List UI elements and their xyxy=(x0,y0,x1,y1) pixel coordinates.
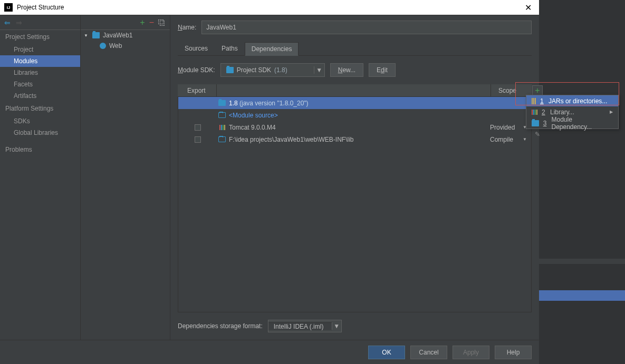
table-row[interactable]: 1.8 (java version "1.8.0_20") xyxy=(178,97,531,109)
nav-global-libraries[interactable]: Global Libraries xyxy=(0,127,80,139)
folder-icon xyxy=(218,100,226,106)
sdk-select[interactable]: Project SDK (1.8) ▼ xyxy=(220,63,325,77)
nav-facets[interactable]: Facets xyxy=(0,78,80,90)
submenu-icon: ▶ xyxy=(610,110,613,114)
tree-toolbar: + − ⿻ xyxy=(81,15,170,30)
left-nav: ⇐ ⇒ Project Settings Project Modules Lib… xyxy=(0,15,81,340)
popup-label: Library... xyxy=(550,109,574,116)
main-panel: Name: Sources Paths Dependencies Module … xyxy=(170,15,539,340)
edit-sdk-button[interactable]: Edit xyxy=(369,63,396,77)
nav-project[interactable]: Project xyxy=(0,44,80,55)
popup-num: 1 xyxy=(540,97,544,105)
folder-icon xyxy=(226,67,234,73)
nav-modules[interactable]: Modules xyxy=(0,55,80,67)
tree-root-label: JavaWeb1 xyxy=(103,32,132,39)
folder-icon xyxy=(218,136,226,142)
back-icon[interactable]: ⇐ xyxy=(4,18,11,27)
window-title: Project Structure xyxy=(17,4,522,11)
export-checkbox[interactable] xyxy=(195,136,201,143)
storage-format-select[interactable]: IntelliJ IDEA (.iml) ▼ xyxy=(268,320,342,332)
table-row[interactable]: Tomcat 9.0.0.M4 Provided▼ xyxy=(178,121,531,133)
module-name-input[interactable] xyxy=(201,21,532,34)
tabs: Sources Paths Dependencies xyxy=(178,42,532,56)
app-icon: IJ xyxy=(4,3,13,12)
popup-module-dep[interactable]: 3 Module Dependency... xyxy=(526,117,618,129)
dep-label: 1.8 (java version "1.8.0_20") xyxy=(227,100,490,107)
tree-child-label: Web xyxy=(109,42,122,50)
sdk-label: Module SDK: xyxy=(178,66,215,74)
add-dep-icon[interactable]: + xyxy=(532,85,543,96)
scope-select[interactable]: Provided▼ xyxy=(490,124,531,131)
tab-sources[interactable]: Sources xyxy=(178,42,215,55)
help-button[interactable]: Help xyxy=(495,346,532,359)
sdk-value: Project SDK xyxy=(237,66,271,74)
section-platform-settings: Platform Settings xyxy=(0,102,80,115)
nav-sdks[interactable]: SDKs xyxy=(0,115,80,127)
popup-jars[interactable]: 1 JARs or directories... xyxy=(526,95,618,106)
web-icon xyxy=(100,43,106,49)
remove-module-icon[interactable]: − xyxy=(149,18,154,27)
storage-label: Dependencies storage format: xyxy=(178,322,263,330)
forward-icon[interactable]: ⇒ xyxy=(16,18,22,27)
chevron-down-icon[interactable]: ▼ xyxy=(332,322,341,330)
module-tree: + − ⿻ ▼ JavaWeb1 Web xyxy=(81,15,170,340)
popup-label: JARs or directories... xyxy=(549,97,607,105)
popup-label: Module Dependency... xyxy=(552,116,613,131)
deps-table-header: Export Scope xyxy=(178,84,532,97)
titlebar: IJ Project Structure ✕ xyxy=(0,0,539,15)
module-icon xyxy=(92,32,100,38)
edit-dep-icon[interactable]: ✎ xyxy=(535,131,540,138)
folder-icon xyxy=(218,112,226,118)
name-label: Name: xyxy=(178,24,196,31)
project-structure-window: IJ Project Structure ✕ ⇐ ⇒ Project Setti… xyxy=(0,0,539,364)
cancel-button[interactable]: Cancel xyxy=(410,346,447,359)
module-icon xyxy=(532,120,539,126)
dep-label: <Module source> xyxy=(227,112,490,119)
dep-label: F:\idea projects\JavaWeb1\web\WEB-INF\li… xyxy=(227,136,490,143)
deps-table: 1.8 (java version "1.8.0_20") <Module so… xyxy=(178,97,532,312)
tab-dependencies[interactable]: Dependencies xyxy=(245,42,299,56)
section-project-settings: Project Settings xyxy=(0,30,80,44)
ok-button[interactable]: OK xyxy=(368,346,405,359)
dialog-footer: OK Cancel Apply Help xyxy=(0,340,539,364)
apply-button[interactable]: Apply xyxy=(453,346,489,359)
sdk-version: (1.8) xyxy=(274,66,287,74)
table-row[interactable]: F:\idea projects\JavaWeb1\web\WEB-INF\li… xyxy=(178,133,531,145)
nav-problems[interactable]: Problems xyxy=(0,144,80,155)
dep-label: Tomcat 9.0.0.M4 xyxy=(227,124,490,131)
tab-paths[interactable]: Paths xyxy=(215,42,245,55)
library-icon xyxy=(532,110,537,115)
nav-artifacts[interactable]: Artifacts xyxy=(0,90,80,102)
new-sdk-button[interactable]: New... xyxy=(330,63,363,77)
copy-module-icon[interactable]: ⿻ xyxy=(158,18,166,27)
background-panel xyxy=(539,0,625,364)
popup-num: 3 xyxy=(543,120,547,127)
th-export: Export xyxy=(178,84,217,96)
nav-libraries[interactable]: Libraries xyxy=(0,67,80,78)
popup-num: 2 xyxy=(542,109,546,116)
add-module-icon[interactable]: + xyxy=(140,18,145,27)
export-checkbox[interactable] xyxy=(195,124,201,131)
library-icon xyxy=(219,125,225,130)
expander-icon[interactable]: ▼ xyxy=(84,33,89,38)
table-row[interactable]: <Module source> xyxy=(178,109,531,121)
chevron-down-icon[interactable]: ▼ xyxy=(314,66,324,74)
close-icon[interactable]: ✕ xyxy=(522,3,535,13)
nav-toolbar: ⇐ ⇒ xyxy=(0,15,80,30)
storage-value: IntelliJ IDEA (.iml) xyxy=(268,322,332,330)
scope-select[interactable]: Compile▼ xyxy=(490,136,531,143)
add-dependency-popup: 1 JARs or directories... 2 Library... ▶ … xyxy=(526,95,619,129)
tree-root[interactable]: ▼ JavaWeb1 xyxy=(81,30,170,41)
tree-child[interactable]: Web xyxy=(81,41,170,51)
